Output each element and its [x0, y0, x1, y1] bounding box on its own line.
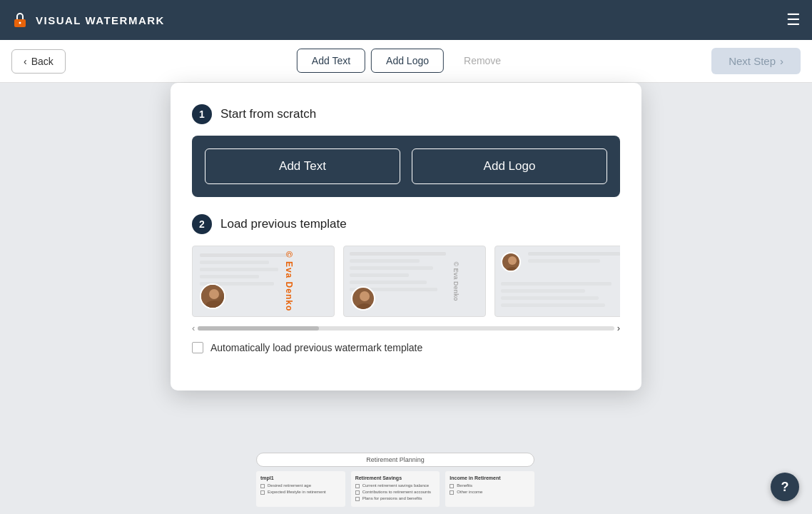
tmpl1-watermark: © Eva Denko [285, 251, 295, 312]
person-icon-1 [201, 285, 225, 309]
goal-item-1: Desired retirement age [260, 483, 341, 488]
svg-point-7 [505, 267, 519, 272]
scroll-row: ‹ › [192, 323, 620, 333]
chevron-right-icon: › [780, 55, 783, 67]
toolbar: ‹ Back Add Text Add Logo Remove Next Ste… [0, 40, 812, 83]
step2-heading: 2 Load previous template [192, 214, 620, 234]
tmpl3-body-lines [501, 282, 620, 311]
goal-item-2: Expected lifestyle in retirement [260, 490, 341, 495]
step2-label: Load previous template [220, 217, 347, 231]
scroll-track[interactable] [198, 326, 614, 331]
svg-point-3 [205, 301, 223, 309]
savings-item-1: Current retirement savings balance [355, 483, 436, 488]
income-item-1: Benefits [450, 483, 530, 488]
auto-load-checkbox[interactable] [192, 342, 203, 353]
svg-point-6 [508, 256, 517, 265]
col-title-2: Retirement Savings [355, 475, 436, 480]
col-title-3: Income in Retirement [450, 475, 530, 480]
svg-point-1 [19, 22, 21, 24]
income-item-2: Other income [450, 490, 530, 495]
templates-row: © Eva Denko [192, 246, 620, 317]
template-thumb-inner-2: © Eva Denko [344, 246, 485, 316]
step1-section: 1 Start from scratch Add Text Add Logo [192, 104, 620, 197]
svg-point-5 [356, 303, 373, 311]
tmpl3-top-lines [528, 252, 620, 266]
doc-bottom-area: Retirement Planning tmpl1 Desired retire… [256, 453, 556, 514]
auto-load-row: Automatically load previous watermark te… [192, 342, 620, 353]
doc-content-row: tmpl1 Desired retirement age Expected li… [256, 471, 534, 507]
modal-dialog: 1 Start from scratch Add Text Add Logo 2… [171, 83, 641, 390]
brand-title: VISUAL WATERMARK [36, 14, 165, 26]
tmpl3-avatar [501, 252, 521, 272]
template-thumb-inner-3 [495, 246, 620, 316]
col-title-1: tmpl1 [260, 475, 341, 480]
person-icon-3 [502, 253, 521, 272]
back-button[interactable]: ‹ Back [11, 49, 66, 74]
step1-heading: 1 Start from scratch [192, 104, 620, 124]
retirement-goals-col: tmpl1 Desired retirement age Expected li… [256, 471, 345, 507]
scratch-buttons-container: Add Text Add Logo [192, 136, 620, 197]
chevron-left-icon: ‹ [24, 56, 27, 67]
tmpl1-avatar [200, 283, 225, 309]
tmpl2-watermark: © Eva Denko [452, 261, 459, 301]
help-button[interactable]: ? [771, 473, 799, 501]
svg-point-4 [360, 291, 370, 301]
template-item-2[interactable]: © Eva Denko [343, 246, 486, 317]
lock-icon [11, 11, 29, 29]
savings-item-2: Contributions to retirement accounts [355, 490, 436, 495]
step2-number: 2 [192, 214, 212, 234]
add-text-button[interactable]: Add Text [205, 148, 400, 184]
step1-number: 1 [192, 104, 212, 124]
svg-point-2 [209, 289, 219, 299]
templates-scroll-container: © Eva Denko [192, 246, 620, 333]
scroll-left-arrow[interactable]: ‹ [192, 323, 195, 333]
person-icon-2 [352, 288, 375, 311]
savings-item-3: Plans for pensions and benefits [355, 496, 436, 501]
income-retirement-col: Income in Retirement Benefits Other inco… [445, 471, 534, 507]
menu-icon[interactable]: ☰ [786, 12, 801, 28]
avatar-person-1 [201, 285, 224, 308]
step2-section: 2 Load previous template [192, 214, 620, 353]
template-item-3[interactable] [494, 246, 620, 317]
step1-label: Start from scratch [220, 107, 316, 121]
remove-button-toolbar[interactable]: Remove [450, 49, 515, 73]
template-thumb-inner-1: © Eva Denko [193, 246, 334, 316]
brand: VISUAL WATERMARK [11, 11, 165, 29]
add-logo-button[interactable]: Add Logo [412, 148, 607, 184]
retirement-savings-col: Retirement Savings Current retirement sa… [351, 471, 440, 507]
add-logo-button-toolbar[interactable]: Add Logo [371, 49, 444, 73]
navbar: VISUAL WATERMARK ☰ [0, 0, 812, 40]
retirement-title: Retirement Planning [256, 453, 534, 467]
tmpl2-avatar [351, 286, 375, 311]
auto-load-label: Automatically load previous watermark te… [210, 342, 422, 353]
scroll-thumb[interactable] [198, 326, 319, 331]
add-text-button-toolbar[interactable]: Add Text [297, 49, 365, 73]
next-step-button[interactable]: Next Step › [711, 48, 801, 74]
template-item-1[interactable]: © Eva Denko [192, 246, 335, 317]
scroll-right-arrow[interactable]: › [617, 323, 620, 333]
